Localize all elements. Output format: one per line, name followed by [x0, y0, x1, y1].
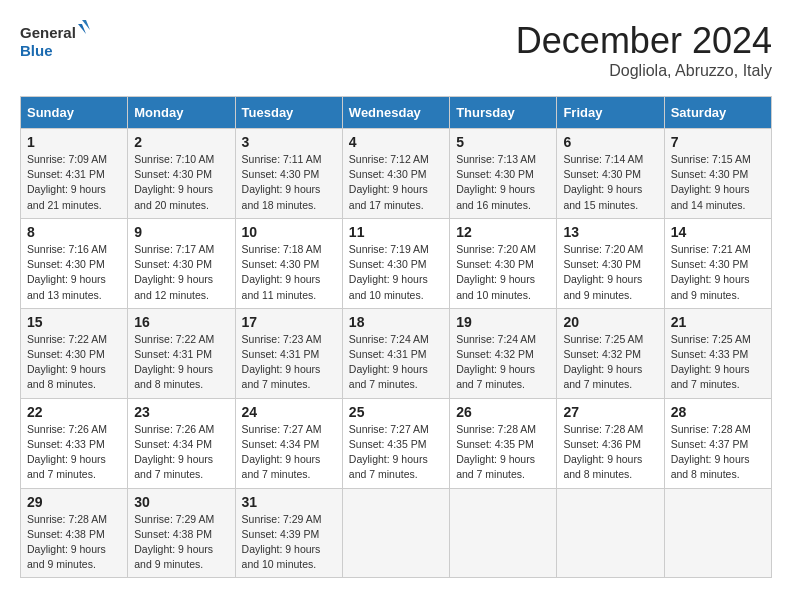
day-info: Sunrise: 7:16 AMSunset: 4:30 PMDaylight:…: [27, 243, 107, 301]
col-header-wednesday: Wednesday: [342, 97, 449, 129]
title-block: December 2024 Dogliola, Abruzzo, Italy: [516, 20, 772, 80]
logo-svg: General Blue: [20, 20, 90, 64]
day-number: 25: [349, 404, 443, 420]
calendar-cell: 11 Sunrise: 7:19 AMSunset: 4:30 PMDaylig…: [342, 218, 449, 308]
day-info: Sunrise: 7:18 AMSunset: 4:30 PMDaylight:…: [242, 243, 322, 301]
day-number: 17: [242, 314, 336, 330]
col-header-friday: Friday: [557, 97, 664, 129]
calendar-cell: 17 Sunrise: 7:23 AMSunset: 4:31 PMDaylig…: [235, 308, 342, 398]
day-number: 15: [27, 314, 121, 330]
day-number: 12: [456, 224, 550, 240]
calendar-cell: 26 Sunrise: 7:28 AMSunset: 4:35 PMDaylig…: [450, 398, 557, 488]
day-info: Sunrise: 7:25 AMSunset: 4:33 PMDaylight:…: [671, 333, 751, 391]
day-info: Sunrise: 7:29 AMSunset: 4:39 PMDaylight:…: [242, 513, 322, 571]
calendar-table: SundayMondayTuesdayWednesdayThursdayFrid…: [20, 96, 772, 578]
day-info: Sunrise: 7:22 AMSunset: 4:31 PMDaylight:…: [134, 333, 214, 391]
day-info: Sunrise: 7:24 AMSunset: 4:31 PMDaylight:…: [349, 333, 429, 391]
day-info: Sunrise: 7:23 AMSunset: 4:31 PMDaylight:…: [242, 333, 322, 391]
calendar-cell: 28 Sunrise: 7:28 AMSunset: 4:37 PMDaylig…: [664, 398, 771, 488]
day-number: 23: [134, 404, 228, 420]
week-row-4: 22 Sunrise: 7:26 AMSunset: 4:33 PMDaylig…: [21, 398, 772, 488]
calendar-cell: [664, 488, 771, 578]
calendar-cell: 3 Sunrise: 7:11 AMSunset: 4:30 PMDayligh…: [235, 129, 342, 219]
calendar-cell: 29 Sunrise: 7:28 AMSunset: 4:38 PMDaylig…: [21, 488, 128, 578]
day-number: 14: [671, 224, 765, 240]
calendar-cell: [450, 488, 557, 578]
day-info: Sunrise: 7:28 AMSunset: 4:38 PMDaylight:…: [27, 513, 107, 571]
day-info: Sunrise: 7:27 AMSunset: 4:35 PMDaylight:…: [349, 423, 429, 481]
calendar-cell: [557, 488, 664, 578]
day-number: 20: [563, 314, 657, 330]
calendar-cell: 23 Sunrise: 7:26 AMSunset: 4:34 PMDaylig…: [128, 398, 235, 488]
day-info: Sunrise: 7:09 AMSunset: 4:31 PMDaylight:…: [27, 153, 107, 211]
day-info: Sunrise: 7:24 AMSunset: 4:32 PMDaylight:…: [456, 333, 536, 391]
calendar-cell: 19 Sunrise: 7:24 AMSunset: 4:32 PMDaylig…: [450, 308, 557, 398]
calendar-header-row: SundayMondayTuesdayWednesdayThursdayFrid…: [21, 97, 772, 129]
calendar-cell: 6 Sunrise: 7:14 AMSunset: 4:30 PMDayligh…: [557, 129, 664, 219]
day-info: Sunrise: 7:11 AMSunset: 4:30 PMDaylight:…: [242, 153, 322, 211]
calendar-cell: 1 Sunrise: 7:09 AMSunset: 4:31 PMDayligh…: [21, 129, 128, 219]
calendar-cell: 16 Sunrise: 7:22 AMSunset: 4:31 PMDaylig…: [128, 308, 235, 398]
calendar-cell: 20 Sunrise: 7:25 AMSunset: 4:32 PMDaylig…: [557, 308, 664, 398]
day-number: 13: [563, 224, 657, 240]
day-number: 9: [134, 224, 228, 240]
week-row-3: 15 Sunrise: 7:22 AMSunset: 4:30 PMDaylig…: [21, 308, 772, 398]
calendar-cell: 14 Sunrise: 7:21 AMSunset: 4:30 PMDaylig…: [664, 218, 771, 308]
day-number: 21: [671, 314, 765, 330]
day-number: 1: [27, 134, 121, 150]
day-number: 11: [349, 224, 443, 240]
day-number: 7: [671, 134, 765, 150]
col-header-monday: Monday: [128, 97, 235, 129]
svg-marker-2: [78, 24, 86, 34]
day-info: Sunrise: 7:13 AMSunset: 4:30 PMDaylight:…: [456, 153, 536, 211]
calendar-cell: 18 Sunrise: 7:24 AMSunset: 4:31 PMDaylig…: [342, 308, 449, 398]
day-info: Sunrise: 7:28 AMSunset: 4:37 PMDaylight:…: [671, 423, 751, 481]
calendar-cell: 9 Sunrise: 7:17 AMSunset: 4:30 PMDayligh…: [128, 218, 235, 308]
calendar-cell: 15 Sunrise: 7:22 AMSunset: 4:30 PMDaylig…: [21, 308, 128, 398]
day-info: Sunrise: 7:14 AMSunset: 4:30 PMDaylight:…: [563, 153, 643, 211]
day-number: 10: [242, 224, 336, 240]
day-info: Sunrise: 7:20 AMSunset: 4:30 PMDaylight:…: [563, 243, 643, 301]
day-info: Sunrise: 7:22 AMSunset: 4:30 PMDaylight:…: [27, 333, 107, 391]
day-number: 16: [134, 314, 228, 330]
svg-text:General: General: [20, 24, 76, 41]
day-number: 5: [456, 134, 550, 150]
calendar-cell: 5 Sunrise: 7:13 AMSunset: 4:30 PMDayligh…: [450, 129, 557, 219]
day-number: 8: [27, 224, 121, 240]
logo: General Blue: [20, 20, 90, 64]
day-number: 27: [563, 404, 657, 420]
calendar-cell: 10 Sunrise: 7:18 AMSunset: 4:30 PMDaylig…: [235, 218, 342, 308]
calendar-cell: 7 Sunrise: 7:15 AMSunset: 4:30 PMDayligh…: [664, 129, 771, 219]
calendar-cell: [342, 488, 449, 578]
day-number: 19: [456, 314, 550, 330]
day-info: Sunrise: 7:17 AMSunset: 4:30 PMDaylight:…: [134, 243, 214, 301]
day-info: Sunrise: 7:25 AMSunset: 4:32 PMDaylight:…: [563, 333, 643, 391]
calendar-cell: 22 Sunrise: 7:26 AMSunset: 4:33 PMDaylig…: [21, 398, 128, 488]
day-info: Sunrise: 7:21 AMSunset: 4:30 PMDaylight:…: [671, 243, 751, 301]
day-number: 28: [671, 404, 765, 420]
day-info: Sunrise: 7:28 AMSunset: 4:35 PMDaylight:…: [456, 423, 536, 481]
day-info: Sunrise: 7:15 AMSunset: 4:30 PMDaylight:…: [671, 153, 751, 211]
day-info: Sunrise: 7:26 AMSunset: 4:33 PMDaylight:…: [27, 423, 107, 481]
day-info: Sunrise: 7:20 AMSunset: 4:30 PMDaylight:…: [456, 243, 536, 301]
calendar-cell: 8 Sunrise: 7:16 AMSunset: 4:30 PMDayligh…: [21, 218, 128, 308]
day-number: 3: [242, 134, 336, 150]
col-header-sunday: Sunday: [21, 97, 128, 129]
page-header: General Blue December 2024 Dogliola, Abr…: [20, 20, 772, 80]
day-info: Sunrise: 7:28 AMSunset: 4:36 PMDaylight:…: [563, 423, 643, 481]
day-number: 6: [563, 134, 657, 150]
week-row-1: 1 Sunrise: 7:09 AMSunset: 4:31 PMDayligh…: [21, 129, 772, 219]
calendar-cell: 24 Sunrise: 7:27 AMSunset: 4:34 PMDaylig…: [235, 398, 342, 488]
day-number: 22: [27, 404, 121, 420]
day-number: 26: [456, 404, 550, 420]
calendar-cell: 4 Sunrise: 7:12 AMSunset: 4:30 PMDayligh…: [342, 129, 449, 219]
calendar-cell: 31 Sunrise: 7:29 AMSunset: 4:39 PMDaylig…: [235, 488, 342, 578]
calendar-cell: 2 Sunrise: 7:10 AMSunset: 4:30 PMDayligh…: [128, 129, 235, 219]
day-info: Sunrise: 7:12 AMSunset: 4:30 PMDaylight:…: [349, 153, 429, 211]
day-number: 29: [27, 494, 121, 510]
calendar-cell: 13 Sunrise: 7:20 AMSunset: 4:30 PMDaylig…: [557, 218, 664, 308]
day-info: Sunrise: 7:26 AMSunset: 4:34 PMDaylight:…: [134, 423, 214, 481]
svg-text:Blue: Blue: [20, 42, 53, 59]
calendar-cell: 12 Sunrise: 7:20 AMSunset: 4:30 PMDaylig…: [450, 218, 557, 308]
col-header-saturday: Saturday: [664, 97, 771, 129]
